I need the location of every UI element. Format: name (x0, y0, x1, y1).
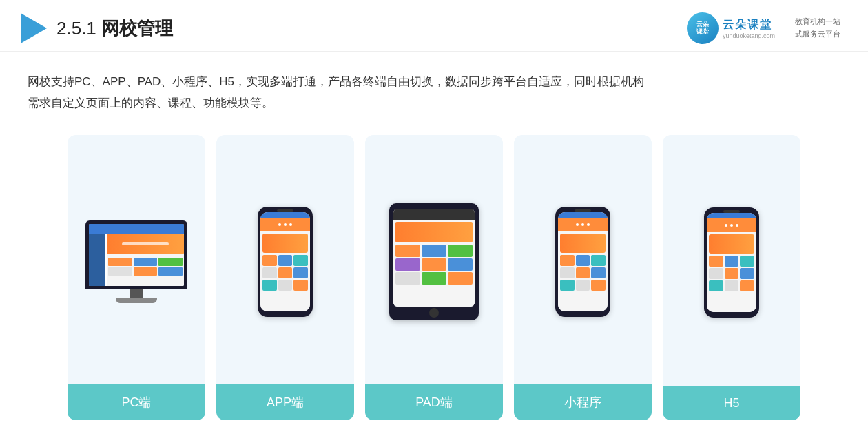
nav-dot (581, 223, 584, 226)
phone-grid-cell (591, 280, 606, 291)
phone-grid-cell (740, 256, 754, 267)
card-image-h5 (663, 135, 800, 386)
phone-grid-cell (293, 255, 308, 266)
phone-grid-cell (262, 267, 277, 278)
screen-body (107, 234, 184, 286)
screen-grid (107, 256, 184, 277)
pad-grid-cell (395, 272, 420, 285)
card-image-miniapp (514, 135, 652, 384)
card-label-pc: PC端 (68, 384, 205, 420)
pad-grid-cell (422, 245, 446, 257)
phone-grid-cell (709, 280, 723, 291)
phone-grid-cell (740, 268, 754, 279)
card-pad: PAD端 (365, 135, 503, 420)
monitor-frame (85, 220, 187, 289)
phone-grid-cell (576, 267, 590, 278)
phone-body (260, 231, 310, 311)
phone-status-bar (260, 212, 310, 218)
banner-text (122, 242, 168, 245)
brand-url: yunduoketang.com (723, 32, 775, 39)
card-image-pad (365, 135, 503, 384)
grid-cell (158, 267, 183, 276)
brand-divider (785, 16, 785, 41)
brand-slogan: 教育机构一站 式服务云平台 (795, 16, 840, 40)
header: 2.5.1 网校管理 云朵课堂 云朵课堂 yunduoketang.com 教育… (0, 0, 868, 52)
phone-banner-mini (560, 234, 606, 253)
phone-status-bar-h5 (707, 213, 756, 218)
description-text: 网校支持PC、APP、PAD、小程序、H5，实现多端打通，产品各终端自由切换，数… (0, 52, 868, 121)
phone-grid-cell (278, 255, 293, 266)
card-image-app (216, 135, 354, 384)
phone-grid-cell (591, 267, 606, 278)
monitor-neck (130, 289, 143, 298)
page-title: 2.5.1 网校管理 (56, 17, 173, 41)
phone-grid-mini (560, 255, 606, 291)
pad-grid (395, 245, 473, 285)
phone-grid-cell (709, 256, 723, 267)
card-pc: PC端 (68, 135, 205, 420)
phone-banner-h5 (709, 234, 754, 254)
card-label-app: APP端 (216, 384, 354, 420)
header-left: 2.5.1 网校管理 (21, 13, 173, 43)
pad-grid-cell (448, 272, 473, 285)
grid-cell (158, 258, 183, 266)
pad-header (393, 209, 475, 220)
grid-cell (134, 267, 158, 276)
card-image-pc (68, 135, 205, 384)
phone-grid-cell (293, 267, 308, 278)
pc-monitor-icon (85, 220, 187, 303)
nav-dot (289, 223, 292, 226)
card-label-pad: PAD端 (365, 384, 503, 420)
brand-name: 云朵课堂 (723, 18, 775, 32)
screen-sidebar (89, 234, 105, 286)
monitor-screen (89, 224, 184, 286)
phone-grid-h5 (709, 256, 754, 291)
phone-frame-app (258, 207, 313, 317)
phone-grid-cell (293, 280, 308, 291)
phone-grid-cell (576, 255, 590, 266)
phone-grid-cell (262, 280, 277, 291)
nav-dot (284, 223, 287, 226)
phone-nav-mini (558, 218, 608, 231)
card-miniapp: 小程序 (514, 135, 652, 420)
brand-icon: 云朵课堂 (687, 12, 719, 44)
phone-frame-miniapp (555, 207, 610, 317)
phone-grid-cell (709, 268, 723, 279)
phone-grid-cell (560, 280, 575, 291)
phone-grid-cell (560, 267, 575, 278)
pad-grid-cell (448, 258, 473, 271)
pad-frame (389, 203, 479, 320)
card-app: APP端 (216, 135, 354, 420)
cards-section: PC端 (0, 121, 868, 434)
phone-grid-cell (740, 280, 754, 291)
phone-grid-cell (576, 280, 590, 291)
header-right: 云朵课堂 云朵课堂 yunduoketang.com 教育机构一站 式服务云平台 (687, 12, 840, 44)
card-h5: H5 (663, 135, 800, 420)
phone-nav (260, 218, 310, 231)
nav-dot (725, 224, 727, 227)
page: 2.5.1 网校管理 云朵课堂 云朵课堂 yunduoketang.com 教育… (0, 0, 868, 434)
pad-grid-cell (448, 245, 473, 257)
phone-frame-h5 (704, 207, 759, 318)
phone-grid-cell (725, 256, 739, 267)
brand-logo: 云朵课堂 云朵课堂 yunduoketang.com 教育机构一站 式服务云平台 (687, 12, 840, 44)
phone-grid (262, 255, 308, 291)
pad-grid-cell (395, 258, 420, 271)
pad-grid-cell (422, 272, 446, 285)
phone-grid-cell (278, 280, 293, 291)
screen-header-bar (89, 224, 184, 234)
phone-body-h5 (707, 232, 756, 312)
brand-info: 云朵课堂 yunduoketang.com (723, 18, 775, 39)
pad-body (393, 220, 475, 307)
phone-grid-cell (262, 255, 277, 266)
phone-status-bar-mini (558, 212, 608, 218)
phone-nav-h5 (707, 218, 756, 232)
grid-cell (108, 267, 132, 276)
logo-triangle-icon (21, 13, 47, 43)
nav-dot (736, 224, 738, 227)
phone-screen-miniapp (558, 212, 608, 311)
card-label-miniapp: 小程序 (514, 384, 652, 420)
screen-banner (107, 234, 184, 254)
pad-grid-cell (395, 245, 420, 257)
nav-dot (587, 223, 590, 226)
